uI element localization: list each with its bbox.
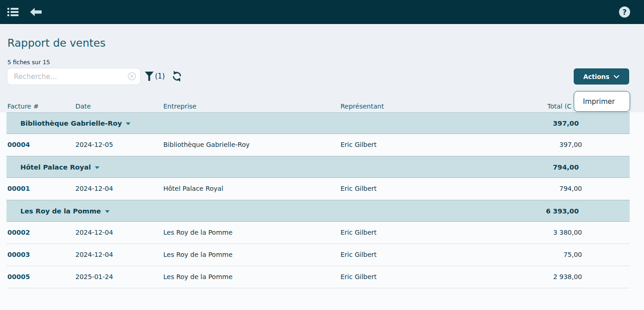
filter-icon[interactable]	[145, 72, 154, 83]
invoice-date: 2024-12-04	[75, 251, 113, 258]
caret-down-icon	[95, 166, 99, 169]
caret-down-icon	[105, 210, 110, 213]
group-name-label: Hôtel Palace Royal	[20, 164, 91, 171]
column-header-company[interactable]: Entreprise	[163, 103, 197, 110]
search-box	[7, 68, 140, 85]
actions-dropdown-menu: Imprimer	[574, 91, 630, 112]
invoice-number-link[interactable]: 00005	[7, 273, 30, 280]
column-header-rep[interactable]: Représentant	[341, 103, 384, 110]
invoice-total: 2 938,00	[553, 273, 582, 280]
top-navigation-bar: ?	[0, 0, 644, 24]
company-name: Bibliothèque Gabrielle-Roy	[163, 141, 250, 148]
invoice-date: 2024-12-05	[75, 141, 113, 148]
actions-button-label: Actions	[583, 73, 609, 80]
representative-name: Eric Gilbert	[341, 185, 377, 192]
group-total: 794,00	[553, 164, 579, 171]
menu-item-imprimer[interactable]: Imprimer	[574, 91, 630, 111]
table-row: 000052025-01-24Les Roy de la PommeEric G…	[6, 266, 630, 288]
group-toggle[interactable]: Bibliothèque Gabrielle-Roy	[20, 120, 130, 127]
company-name: Les Roy de la Pomme	[163, 273, 233, 280]
table-body: Bibliothèque Gabrielle-Roy397,0000004202…	[0, 112, 644, 310]
invoice-number-link[interactable]: 00001	[7, 185, 30, 192]
representative-name: Eric Gilbert	[341, 273, 377, 280]
back-arrow-icon-svg	[30, 8, 42, 16]
company-name: Les Roy de la Pomme	[163, 251, 233, 258]
sales-report-page: ? Rapport de ventes 5 fiches sur 15 (1) …	[0, 0, 644, 310]
group-header-row: Hôtel Palace Royal794,00	[6, 156, 630, 178]
caret-down-icon	[126, 122, 130, 125]
list-menu-icon-svg	[6, 6, 19, 18]
back-arrow-icon[interactable]	[28, 4, 44, 20]
table-header-row: Facture # Date Entreprise Représentant T…	[0, 100, 644, 112]
invoice-total: 794,00	[559, 185, 582, 192]
search-clear-icon-svg	[128, 72, 136, 80]
chevron-down-icon	[613, 75, 619, 79]
list-menu-icon[interactable]	[5, 4, 21, 20]
company-name: Hôtel Palace Royal	[163, 185, 223, 192]
invoice-number-link[interactable]: 00003	[7, 251, 30, 258]
invoice-total: 75,00	[564, 251, 582, 258]
table-row: 000022024-12-04Les Roy de la PommeEric G…	[6, 222, 630, 244]
group-header-row: Bibliothèque Gabrielle-Roy397,00	[6, 112, 630, 134]
column-header-total[interactable]: Total (C	[547, 103, 571, 110]
representative-name: Eric Gilbert	[341, 141, 377, 148]
group-total: 397,00	[553, 120, 579, 127]
group-header-row: Les Roy de la Pomme6 393,00	[6, 200, 630, 222]
column-header-date[interactable]: Date	[75, 103, 91, 110]
group-toggle[interactable]: Les Roy de la Pomme	[20, 207, 110, 215]
invoice-total: 397,00	[559, 141, 582, 148]
representative-name: Eric Gilbert	[341, 251, 377, 258]
page-title: Rapport de ventes	[7, 37, 105, 49]
refresh-icon[interactable]	[172, 71, 182, 84]
invoice-date: 2025-01-24	[75, 273, 113, 280]
help-icon[interactable]: ?	[619, 6, 630, 18]
group-total: 6 393,00	[546, 207, 579, 215]
group-name-label: Bibliothèque Gabrielle-Roy	[20, 120, 122, 127]
company-name: Les Roy de la Pomme	[163, 229, 233, 236]
invoice-total: 3 380,00	[553, 229, 582, 236]
filter-count: (1)	[155, 72, 165, 80]
table-row: 000012024-12-04Hôtel Palace RoyalEric Gi…	[6, 178, 630, 200]
invoice-number-link[interactable]: 00004	[7, 141, 30, 148]
refresh-icon-svg	[172, 71, 182, 82]
table-row: 000042024-12-05Bibliothèque Gabrielle-Ro…	[6, 134, 630, 156]
representative-name: Eric Gilbert	[341, 229, 377, 236]
group-toggle[interactable]: Hôtel Palace Royal	[20, 164, 99, 171]
search-clear-icon[interactable]	[128, 72, 136, 82]
actions-button[interactable]: Actions	[574, 68, 629, 85]
invoice-date: 2024-12-04	[75, 185, 113, 192]
invoice-number-link[interactable]: 00002	[7, 229, 30, 236]
invoice-date: 2024-12-04	[75, 229, 113, 236]
table-row: 000032024-12-04Les Roy de la PommeEric G…	[6, 244, 630, 266]
filter-icon-svg	[145, 72, 154, 81]
search-input[interactable]	[14, 68, 130, 85]
group-name-label: Les Roy de la Pomme	[20, 207, 101, 215]
column-header-invoice[interactable]: Facture #	[7, 103, 39, 110]
record-count: 5 fiches sur 15	[7, 59, 50, 66]
